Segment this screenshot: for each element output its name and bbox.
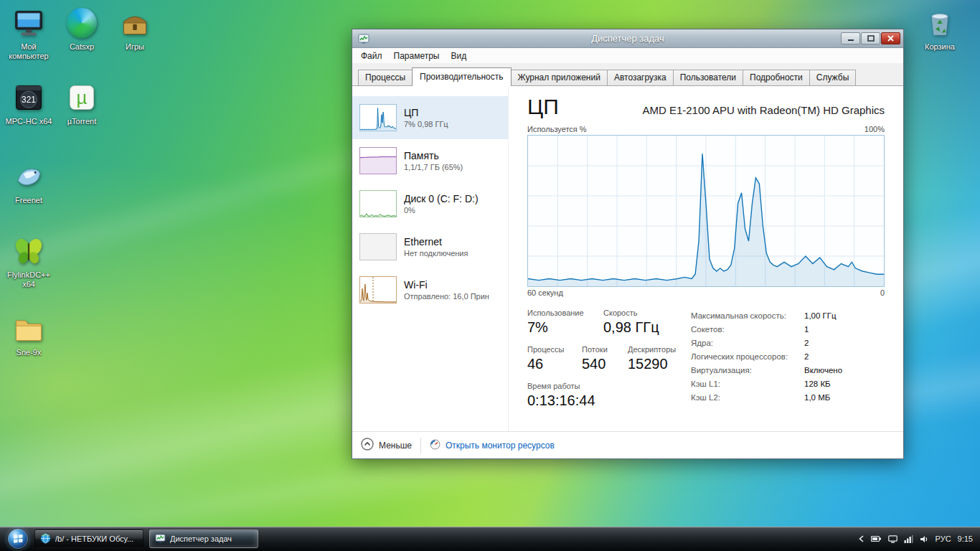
detail-value: 1,0 МБ: [804, 391, 830, 405]
uptime-label: Время работы: [527, 382, 595, 390]
desktop-icon-label: Freenet: [15, 196, 42, 205]
memory-mini-graph: [359, 147, 397, 174]
menu-file[interactable]: Файл: [355, 50, 388, 62]
desktop-icon-flylinkdc[interactable]: FlylinkDC++ x64: [1, 234, 56, 289]
catsxp-browser-icon: [65, 6, 99, 40]
fewer-details-label: Меньше: [379, 441, 412, 451]
detail-value: 128 КБ: [804, 377, 831, 391]
svg-text:µ: µ: [77, 88, 88, 108]
freenet-bird-icon: [11, 159, 46, 194]
detail-label: Виртуализация:: [691, 364, 804, 377]
graph-xmin-label: 60 секунд: [527, 288, 563, 297]
desktop-icon-snes9x[interactable]: Sne-9x: [1, 311, 56, 357]
performance-content: ЦП 7% 0,98 ГГц Память 1,1/1,7 ГБ (65%) Д…: [352, 86, 903, 458]
desktop-icon-mpc-hc[interactable]: 321 MPC-HC x64: [1, 80, 56, 126]
desktop-icon-games[interactable]: Игры: [108, 6, 162, 52]
desktop-icon-freenet[interactable]: Freenet: [1, 159, 56, 205]
processes-value: 46: [527, 356, 582, 372]
desktop-icon-label: Корзина: [925, 42, 955, 52]
sidebar-item-subtitle: 0%: [404, 206, 479, 215]
clock[interactable]: 9:15: [958, 534, 973, 543]
tab-users[interactable]: Пользователи: [673, 70, 743, 85]
sidebar-item-title: Диск 0 (C: F: D:): [404, 193, 479, 204]
resource-monitor-label: Открыть монитор ресурсов: [446, 441, 555, 451]
usage-label: Использование: [527, 309, 603, 317]
panel-title: ЦП: [527, 95, 559, 119]
sidebar-item-wifi[interactable]: Wi-Fi Отправлено: 16,0 Прин: [352, 268, 508, 311]
processes-label: Процессы: [527, 345, 582, 354]
tab-services[interactable]: Службы: [809, 70, 856, 85]
menu-view[interactable]: Вид: [445, 50, 472, 62]
desktop-icon-label: Catsxp: [70, 42, 94, 52]
taskbar-button-label: Диспетчер задач: [170, 534, 232, 543]
cpu-panel: ЦП AMD E1-2100 APU with Radeon(TM) HD Gr…: [509, 86, 903, 431]
window-title: Диспетчер задач: [352, 33, 903, 44]
battery-icon[interactable]: [871, 535, 882, 542]
cpu-stats: Использование 7% Скорость 0,98 ГГц Проце…: [527, 309, 885, 418]
sidebar-item-memory[interactable]: Память 1,1/1,7 ГБ (65%): [352, 139, 508, 182]
graph-xmax-label: 0: [880, 288, 885, 297]
wifi-mini-graph: [359, 276, 397, 303]
detail-label: Ядра:: [691, 336, 804, 350]
minimize-button[interactable]: [841, 32, 860, 44]
detail-value: 2: [804, 350, 809, 364]
desktop-icon-utorrent[interactable]: µ µTorrent: [55, 80, 109, 126]
desktop-icon-recycle-bin[interactable]: Корзина: [913, 6, 967, 52]
desktop: Мой компьютер Catsxp Игры 321 MPC-HC x64…: [0, 0, 980, 551]
language-indicator[interactable]: РУС: [936, 534, 951, 543]
fewer-details-button[interactable]: Меньше: [361, 438, 412, 453]
tab-processes[interactable]: Процессы: [358, 70, 413, 85]
threads-label: Потоки: [582, 345, 628, 354]
tab-details[interactable]: Подробности: [743, 70, 810, 85]
menu-bar: Файл Параметры Вид: [352, 48, 903, 64]
handles-label: Дескрипторы: [628, 345, 676, 354]
utorrent-icon: µ: [65, 80, 99, 115]
taskbar-button-task-manager[interactable]: Диспетчер задач: [149, 529, 258, 548]
sidebar-item-disk[interactable]: Диск 0 (C: F: D:) 0%: [352, 182, 508, 225]
sidebar-item-title: Ethernet: [404, 236, 468, 248]
taskbar-button-browser[interactable]: /b/ - НЕТБУКИ Обсу...: [34, 529, 143, 548]
sidebar-item-title: ЦП: [404, 107, 448, 118]
desktop-icon-label: FlylinkDC++ x64: [1, 270, 56, 289]
desktop-icon-label: Игры: [126, 42, 144, 52]
graph-ylabel: Используется %: [527, 125, 587, 133]
task-manager-icon: [155, 533, 166, 545]
show-hidden-icons-button[interactable]: [858, 535, 864, 542]
tab-app-history[interactable]: Журнал приложений: [511, 70, 608, 85]
ethernet-mini-graph: [359, 233, 397, 260]
tab-startup[interactable]: Автозагрузка: [607, 70, 674, 85]
usage-value: 7%: [527, 319, 603, 336]
close-button[interactable]: [881, 32, 900, 44]
sidebar-item-cpu[interactable]: ЦП 7% 0,98 ГГц: [352, 96, 508, 139]
taskbar-button-label: /b/ - НЕТБУКИ Обсу...: [55, 534, 133, 543]
sidebar-item-ethernet[interactable]: Ethernet Нет подключения: [352, 225, 508, 268]
performance-sidebar: ЦП 7% 0,98 ГГц Память 1,1/1,7 ГБ (65%) Д…: [352, 86, 509, 431]
tab-performance[interactable]: Производительность: [412, 67, 511, 86]
recycle-bin-icon: [923, 6, 957, 40]
window-titlebar[interactable]: Диспетчер задач: [352, 29, 903, 48]
chevron-up-circle-icon: [361, 438, 374, 453]
detail-label: Максимальная скорость:: [691, 309, 804, 323]
uptime-value: 0:13:16:44: [527, 392, 595, 409]
display-icon[interactable]: [888, 535, 897, 543]
desktop-icon-my-computer[interactable]: Мой компьютер: [1, 6, 56, 61]
detail-label: Логических процессоров:: [691, 350, 804, 364]
volume-icon[interactable]: [920, 535, 929, 543]
handles-value: 15290: [628, 356, 676, 372]
my-computer-icon: [11, 6, 46, 40]
footer-divider: [420, 438, 421, 453]
desktop-icon-label: Sne-9x: [17, 348, 42, 357]
open-resource-monitor-link[interactable]: Открыть монитор ресурсов: [430, 439, 555, 452]
desktop-icon-label: µTorrent: [67, 117, 97, 126]
desktop-icon-label: MPC-HC x64: [6, 117, 52, 126]
cpu-usage-graph: [527, 135, 885, 287]
desktop-icon-catsxp[interactable]: Catsxp: [55, 6, 109, 52]
maximize-button[interactable]: [861, 32, 880, 44]
network-signal-icon[interactable]: [904, 535, 913, 543]
window-footer: Меньше Открыть монитор ресурсов: [352, 431, 903, 458]
menu-options[interactable]: Параметры: [388, 50, 446, 62]
start-button[interactable]: [7, 528, 29, 550]
folder-icon: [11, 311, 46, 346]
task-manager-window: Диспетчер задач Файл Параметры Вид Проце…: [352, 29, 904, 459]
desktop-icon-label: Мой компьютер: [1, 42, 56, 61]
